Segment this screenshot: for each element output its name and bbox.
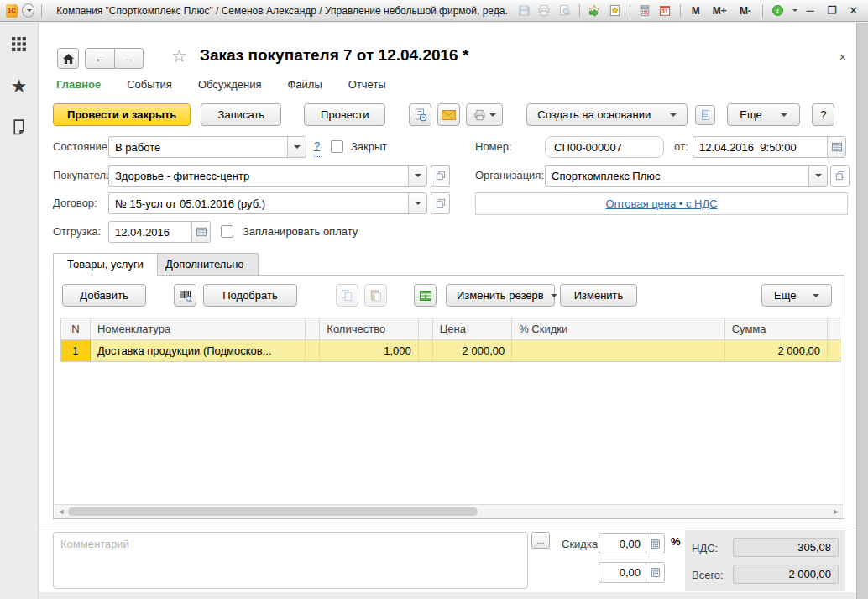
- discount-amount-calculator-button[interactable]: [646, 563, 664, 582]
- organization-dropdown-button[interactable]: [808, 166, 827, 186]
- contract-combobox[interactable]: № 15-усл от 05.01.2016 (руб.): [108, 192, 427, 214]
- tab-goods-services[interactable]: Товары, услуги: [53, 253, 158, 276]
- minimize-button[interactable]: ─: [802, 3, 819, 19]
- organization-combobox[interactable]: Спорткомплекс Плюс: [545, 165, 828, 187]
- cell-discount[interactable]: [512, 340, 724, 361]
- cell-nomenclature[interactable]: Доставка продукции (Подмосков...: [91, 340, 306, 361]
- favorites-star-icon[interactable]: ★: [11, 77, 28, 96]
- closed-checkbox[interactable]: [331, 140, 343, 153]
- go-to-favorites-icon[interactable]: [587, 3, 603, 19]
- date-field[interactable]: 12.04.2016 9:50:00: [693, 136, 846, 158]
- state-help-link[interactable]: ?: [314, 136, 320, 157]
- contract-label: Договор:: [53, 192, 97, 214]
- close-window-button[interactable]: ✕: [844, 3, 862, 19]
- number-field[interactable]: СП00-000007: [545, 136, 664, 158]
- arrow-right-icon: →: [123, 52, 134, 65]
- pick-button[interactable]: Подобрать: [203, 284, 297, 307]
- change-button[interactable]: Изменить: [560, 284, 637, 307]
- col-discount[interactable]: % Скидки: [512, 318, 724, 339]
- back-button[interactable]: ←: [85, 48, 115, 69]
- tab-discussions[interactable]: Обсуждения: [198, 78, 262, 91]
- page-title: Заказ покупателя 7 от 12.04.2016 *: [200, 46, 468, 65]
- app-window: 1С Компания "Спорткомплекс Плюс" / Семен…: [0, 0, 868, 599]
- organization-open-button[interactable]: [830, 165, 850, 187]
- col-spacer: [419, 318, 433, 339]
- help-button[interactable]: ?: [812, 103, 834, 126]
- col-n[interactable]: N: [61, 318, 91, 339]
- memory-m-button[interactable]: M: [688, 5, 704, 17]
- memory-m-plus-button[interactable]: M+: [709, 5, 731, 17]
- post-and-close-button[interactable]: Провести и закрыть: [53, 103, 191, 126]
- table-header-row: N Номенклатура Количество Цена % Скидки …: [60, 318, 841, 340]
- print-menu-button[interactable]: [466, 103, 503, 126]
- more-button[interactable]: Еще: [727, 103, 800, 126]
- tab-additional[interactable]: Дополнительно: [151, 253, 259, 276]
- favorite-star-toggle[interactable]: ☆: [171, 47, 187, 65]
- col-quantity[interactable]: Количество: [320, 318, 418, 339]
- customer-dropdown-button[interactable]: [408, 166, 426, 186]
- state-dropdown-button[interactable]: [287, 137, 306, 157]
- cell-quantity[interactable]: 1,000: [320, 340, 418, 361]
- date-calendar-button[interactable]: [827, 137, 845, 157]
- post-button[interactable]: Провести: [304, 103, 385, 126]
- discount-calculator-button[interactable]: [646, 534, 664, 554]
- footer-divider: [39, 528, 856, 528]
- barcode-icon: [179, 289, 192, 302]
- open-in-window-icon: [835, 171, 845, 181]
- tab-reports[interactable]: Отчеты: [348, 78, 386, 91]
- total-label: Всего:: [692, 565, 724, 586]
- calculator-icon[interactable]: [637, 3, 653, 19]
- organization-label: Организация:: [475, 165, 544, 187]
- write-button[interactable]: Записать: [201, 103, 281, 126]
- info-icon[interactable]: i: [770, 3, 786, 19]
- discount-percent-field[interactable]: 0,00: [599, 533, 665, 554]
- history-icon[interactable]: [12, 118, 26, 138]
- main-menu-button[interactable]: [22, 3, 34, 18]
- col-sum[interactable]: Сумма: [725, 318, 828, 339]
- col-price[interactable]: Цена: [433, 318, 513, 339]
- info-dropdown-icon[interactable]: [792, 9, 797, 12]
- plan-payment-checkbox[interactable]: [221, 225, 233, 238]
- add-row-button[interactable]: Добавить: [62, 284, 146, 307]
- reports-button[interactable]: [695, 105, 715, 125]
- reserve-table-button[interactable]: [414, 284, 437, 307]
- customer-open-button[interactable]: [431, 165, 450, 187]
- cell-row-number[interactable]: 1: [61, 340, 91, 361]
- change-reserve-button[interactable]: Изменить резерв: [446, 284, 555, 307]
- calendar-icon[interactable]: 31: [657, 3, 673, 19]
- set-deadline-button[interactable]: [409, 103, 431, 126]
- table-row[interactable]: 1 Доставка продукции (Подмосков... 1,000…: [60, 340, 841, 362]
- close-form-button[interactable]: ×: [839, 51, 846, 63]
- tab-files[interactable]: Файлы: [287, 78, 322, 91]
- scrollbar-thumb[interactable]: [68, 507, 478, 516]
- maximize-button[interactable]: ❐: [824, 3, 841, 19]
- shipment-date-field[interactable]: 12.04.2016: [108, 221, 211, 243]
- scroll-left-arrow[interactable]: ◄: [55, 505, 68, 518]
- price-type-link[interactable]: Оптовая цена • с НДС: [605, 197, 717, 210]
- home-button[interactable]: [57, 48, 79, 69]
- send-email-button[interactable]: [437, 103, 460, 126]
- tab-events[interactable]: События: [127, 78, 172, 91]
- comment-input[interactable]: [53, 532, 528, 589]
- cell-sum[interactable]: 2 000,00: [725, 340, 828, 361]
- table-more-button[interactable]: Еще: [761, 284, 832, 307]
- scroll-right-arrow[interactable]: ►: [829, 505, 843, 518]
- number-value: СП00-000007: [546, 141, 663, 154]
- state-combobox[interactable]: В работе: [108, 136, 306, 158]
- cell-price[interactable]: 2 000,00: [433, 340, 513, 361]
- tab-main[interactable]: Главное: [56, 78, 101, 91]
- sections-grid-icon[interactable]: [11, 36, 27, 55]
- comment-expand-button[interactable]: ...: [531, 532, 550, 549]
- col-nomenclature[interactable]: Номенклатура: [91, 318, 306, 339]
- contract-open-button[interactable]: [431, 192, 450, 214]
- customer-combobox[interactable]: Здоровье - фитнесс-центр: [108, 165, 427, 187]
- barcode-scan-button[interactable]: [174, 284, 196, 307]
- percent-sign: %: [671, 535, 681, 548]
- discount-amount-field[interactable]: 0,00: [599, 562, 665, 583]
- memory-m-minus-button[interactable]: M-: [735, 5, 756, 17]
- add-to-favorites-icon[interactable]: [607, 3, 623, 19]
- create-based-on-button[interactable]: Создать на основании: [526, 103, 688, 126]
- shipment-calendar-button[interactable]: [191, 222, 210, 242]
- horizontal-scrollbar[interactable]: ◄ ►: [55, 504, 843, 518]
- contract-dropdown-button[interactable]: [408, 193, 426, 213]
